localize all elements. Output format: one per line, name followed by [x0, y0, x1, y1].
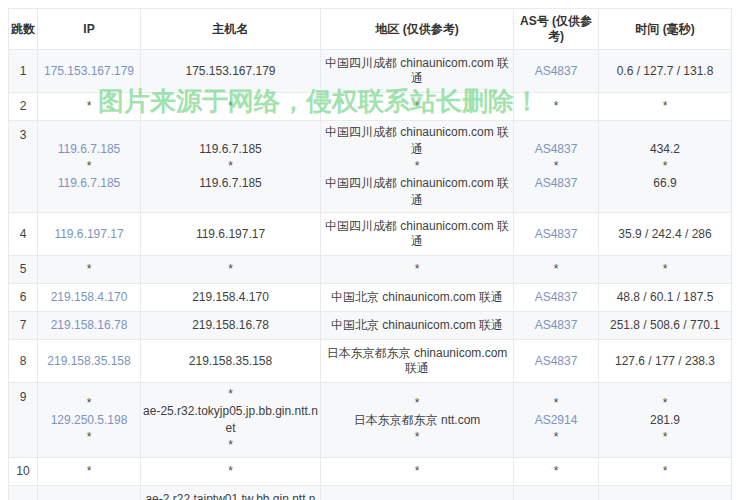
time-cell: *: [599, 256, 732, 284]
time-value: 0.6 / 127.7 / 131.8: [617, 64, 714, 78]
host-value: ae-2.r22.taiptw01.tw.bb.gin.ntt.net: [145, 492, 315, 500]
hop-cell: 7: [9, 312, 38, 340]
column-header-region: 地区 (仅供参考): [321, 9, 514, 50]
hop-cell: 3: [9, 121, 38, 213]
asn-timeout-star: *: [516, 429, 596, 446]
ip-link[interactable]: 219.158.35.158: [47, 354, 130, 368]
table-row: 11129.250.7.6ae-2.r22.taiptw01.tw.bb.gin…: [9, 486, 732, 500]
asn-cell: AS4837: [514, 50, 599, 93]
asn-cell: *: [514, 93, 599, 121]
time-cell: 127.6 / 177 / 238.3: [599, 340, 732, 383]
host-cell: *: [141, 256, 321, 284]
table-header: 跳数IP主机名地区 (仅供参考)AS号 (仅供参考)时间 (毫秒): [9, 9, 732, 50]
region-cell: 中国四川成都 chinaunicom.com 联通*中国四川成都 chinaun…: [321, 121, 514, 213]
ip-link[interactable]: 219.158.16.78: [51, 318, 128, 332]
time-cell: 0.6 / 127.7 / 131.8: [599, 50, 732, 93]
asn-link[interactable]: AS4837: [535, 318, 578, 332]
asn-link[interactable]: AS4837: [535, 354, 578, 368]
region-cell: *: [321, 458, 514, 486]
host-timeout-star: *: [143, 386, 318, 403]
region-timeout-star: *: [323, 395, 511, 412]
time-cell: 251.8 / 508.6 / 770.1: [599, 312, 732, 340]
asn-timeout-star: *: [554, 262, 559, 276]
time-timeout-star: *: [663, 99, 668, 113]
asn-cell: *: [514, 256, 599, 284]
region-value: 中国四川成都 chinaunicom.com 联通: [323, 124, 511, 158]
asn-cell: *AS2914*: [514, 383, 599, 458]
time-timeout-star: *: [663, 464, 668, 478]
asn-link[interactable]: AS4837: [535, 290, 578, 304]
time-value: 35.9 / 242.4 / 286: [618, 227, 711, 241]
region-value: 中国北京 chinaunicom.com 联通: [331, 290, 503, 304]
ip-link[interactable]: 119.6.7.185: [40, 141, 138, 158]
asn-link[interactable]: AS4837: [516, 141, 596, 158]
asn-cell: AS4837: [514, 340, 599, 383]
asn-cell: AS4837*AS4837: [514, 121, 599, 213]
host-cell: *ae-25.r32.tokyjp05.jp.bb.gin.ntt.net*: [141, 383, 321, 458]
table-row: 7219.158.16.78219.158.16.78中国北京 chinauni…: [9, 312, 732, 340]
hop-cell: 8: [9, 340, 38, 383]
host-timeout-star: *: [228, 99, 233, 113]
hop-cell: 6: [9, 284, 38, 312]
host-value: 219.158.35.158: [189, 354, 272, 368]
host-cell: 219.158.4.170: [141, 284, 321, 312]
ip-link[interactable]: 119.6.197.17: [54, 227, 123, 241]
asn-cell: AS4837: [514, 312, 599, 340]
hop-cell: 4: [9, 213, 38, 256]
host-value: 219.158.4.170: [192, 290, 269, 304]
host-timeout-star: *: [143, 158, 318, 175]
table-row: 1175.153.167.179175.153.167.179中国四川成都 ch…: [9, 50, 732, 93]
host-value: ae-25.r32.tokyjp05.jp.bb.gin.ntt.net: [143, 403, 318, 437]
ip-link[interactable]: 175.153.167.179: [44, 64, 134, 78]
table-row: 10*****: [9, 458, 732, 486]
ip-cell: *: [38, 256, 141, 284]
host-value: 219.158.16.78: [192, 318, 269, 332]
region-timeout-star: *: [415, 262, 420, 276]
table-row: 6219.158.4.170219.158.4.170中国北京 chinauni…: [9, 284, 732, 312]
ip-cell: 175.153.167.179: [38, 50, 141, 93]
host-timeout-star: *: [228, 262, 233, 276]
asn-link[interactable]: AS4837: [535, 64, 578, 78]
ip-link[interactable]: 129.250.5.198: [40, 412, 138, 429]
ip-timeout-star: *: [40, 429, 138, 446]
host-cell: ae-2.r22.taiptw01.tw.bb.gin.ntt.net: [141, 486, 321, 500]
ip-timeout-star: *: [87, 262, 92, 276]
time-timeout-star: *: [601, 429, 729, 446]
region-cell: 中国四川成都 chinaunicom.com 联通: [321, 213, 514, 256]
ip-cell: 119.6.197.17: [38, 213, 141, 256]
time-cell: 35.9 / 242.4 / 286: [599, 213, 732, 256]
host-cell: 219.158.35.158: [141, 340, 321, 383]
host-timeout-star: *: [143, 437, 318, 454]
ip-timeout-star: *: [87, 464, 92, 478]
asn-link[interactable]: AS4837: [516, 175, 596, 192]
region-value: 中国四川成都 chinaunicom.com 联通: [323, 175, 511, 209]
host-value: 119.6.7.185: [143, 175, 318, 192]
asn-cell: *: [514, 458, 599, 486]
host-cell: 175.153.167.179: [141, 50, 321, 93]
ip-link[interactable]: 219.158.4.170: [51, 290, 128, 304]
asn-cell: AS4837: [514, 213, 599, 256]
region-cell: 中国四川成都 chinaunicom.com 联通: [321, 50, 514, 93]
table-row: 2*****: [9, 93, 732, 121]
ip-timeout-star: *: [40, 158, 138, 175]
traceroute-table: 跳数IP主机名地区 (仅供参考)AS号 (仅供参考)时间 (毫秒) 1175.1…: [8, 8, 732, 500]
asn-timeout-star: *: [554, 99, 559, 113]
time-cell: *: [599, 458, 732, 486]
region-cell: *日本东京都东京 ntt.com*: [321, 383, 514, 458]
region-cell: 日本东京都东京 chinaunicom.com 联通: [321, 340, 514, 383]
host-cell: 119.6.197.17: [141, 213, 321, 256]
region-cell: 中国台湾台北市 ntt.com: [321, 486, 514, 500]
time-cell: *: [599, 93, 732, 121]
region-value: 中国四川成都 chinaunicom.com 联通: [325, 219, 509, 248]
region-timeout-star: *: [323, 429, 511, 446]
ip-cell: *129.250.5.198*: [38, 383, 141, 458]
asn-link[interactable]: AS4837: [535, 227, 578, 241]
ip-link[interactable]: 119.6.7.185: [40, 175, 138, 192]
asn-timeout-star: *: [516, 158, 596, 175]
table-row: 8219.158.35.158219.158.35.158日本东京都东京 chi…: [9, 340, 732, 383]
column-header-time: 时间 (毫秒): [599, 9, 732, 50]
time-value: 434.2: [601, 141, 729, 158]
region-cell: 中国北京 chinaunicom.com 联通: [321, 284, 514, 312]
asn-cell: AS2914: [514, 486, 599, 500]
asn-link[interactable]: AS2914: [516, 412, 596, 429]
